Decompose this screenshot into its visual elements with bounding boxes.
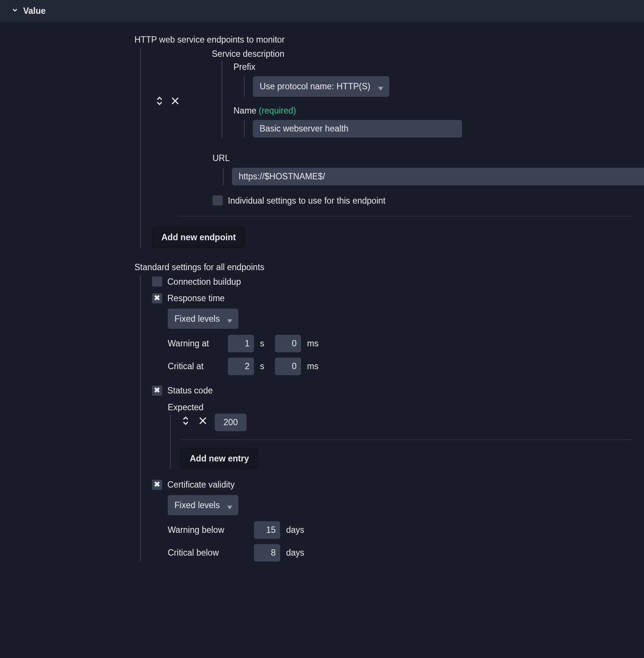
divider [180, 439, 633, 440]
dropdown-triangle-icon [227, 313, 232, 327]
crit-ms-input[interactable] [275, 358, 301, 375]
warn-seconds-input[interactable] [228, 335, 254, 352]
prefix-value: Use protocol name: HTTP(S) [260, 80, 371, 93]
section-title: Value [23, 4, 46, 18]
unit-ms: ms [307, 360, 319, 373]
unit-days: days [286, 523, 304, 537]
cert-warn-days-input[interactable] [254, 521, 280, 539]
critical-at-label: Critical at [168, 360, 222, 373]
add-entry-button[interactable]: Add new entry [180, 448, 258, 469]
cert-critical-label: Critical below [168, 546, 248, 559]
url-label: URL [213, 152, 633, 165]
divider [178, 216, 633, 216]
crit-seconds-input[interactable] [228, 358, 254, 375]
chevron-down-icon [11, 4, 19, 18]
cert-validity-checkbox[interactable] [152, 480, 162, 490]
url-input[interactable] [232, 168, 644, 185]
status-code-checkbox[interactable] [152, 386, 162, 396]
svg-marker-6 [227, 506, 232, 509]
status-code-input[interactable] [215, 414, 247, 431]
response-time-label: Response time [167, 292, 225, 305]
unit-seconds: s [260, 337, 269, 350]
svg-marker-3 [227, 319, 232, 323]
expected-label: Expected [168, 401, 633, 414]
prefix-select[interactable]: Use protocol name: HTTP(S) [253, 76, 389, 97]
standard-settings-group: Standard settings for all endpoints Conn… [134, 261, 633, 562]
service-description-label: Service description [212, 47, 633, 61]
section-header[interactable]: Value [0, 0, 644, 22]
connection-buildup-label: Connection buildup [167, 275, 241, 288]
individual-settings-label: Individual settings to use for this endp… [228, 194, 386, 207]
response-time-mode: Fixed levels [174, 312, 220, 325]
dropdown-triangle-icon [378, 81, 383, 94]
warning-at-label: Warning at [168, 337, 222, 350]
prefix-label: Prefix [233, 61, 462, 74]
add-endpoint-button[interactable]: Add new endpoint [152, 227, 245, 248]
svg-marker-2 [378, 87, 383, 90]
response-time-checkbox[interactable] [152, 293, 162, 303]
name-label: Name [233, 106, 256, 115]
reorder-icon[interactable] [180, 416, 191, 430]
response-time-mode-select[interactable]: Fixed levels [168, 309, 238, 329]
warn-ms-input[interactable] [275, 335, 301, 352]
standard-settings-title: Standard settings for all endpoints [134, 261, 633, 274]
unit-days: days [286, 546, 304, 559]
unit-seconds: s [260, 360, 269, 373]
cert-validity-mode: Fixed levels [174, 499, 220, 512]
individual-settings-checkbox[interactable] [213, 195, 223, 206]
dropdown-triangle-icon [227, 500, 232, 513]
name-input[interactable] [253, 120, 462, 138]
status-code-label: Status code [167, 384, 213, 397]
required-label: (required) [259, 106, 296, 115]
cert-warning-label: Warning below [168, 523, 248, 537]
delete-icon[interactable] [170, 96, 180, 110]
unit-ms: ms [307, 337, 319, 350]
cert-crit-days-input[interactable] [254, 544, 280, 562]
endpoints-title: HTTP web service endpoints to monitor [134, 33, 633, 46]
reorder-icon[interactable] [154, 96, 165, 110]
cert-validity-label: Certificate validity [167, 478, 235, 491]
endpoints-group: HTTP web service endpoints to monitor Se… [134, 33, 633, 248]
connection-buildup-checkbox[interactable] [152, 277, 162, 287]
delete-icon[interactable] [198, 416, 208, 430]
cert-validity-mode-select[interactable]: Fixed levels [168, 495, 238, 516]
